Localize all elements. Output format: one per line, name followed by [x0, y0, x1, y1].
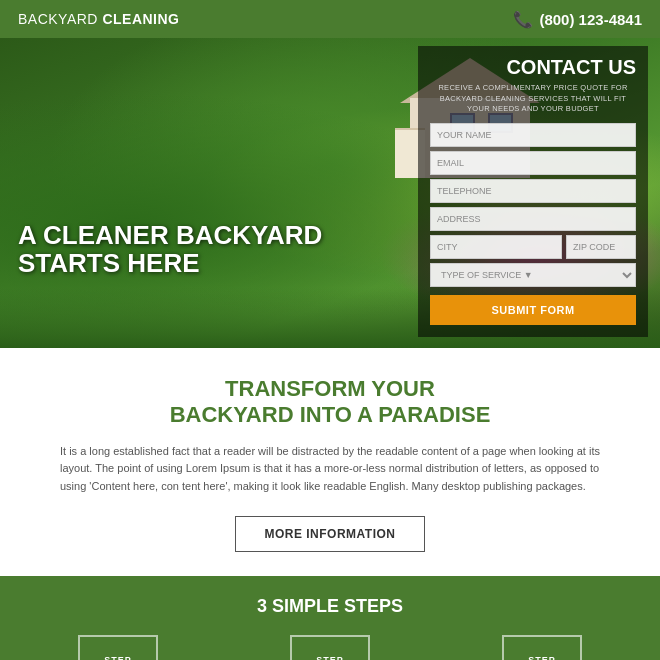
hero-headline: A CLEANER BACKYARD STARTS HERE	[18, 221, 322, 278]
more-info-button[interactable]: MORE INFORMATION	[235, 516, 424, 552]
submit-button[interactable]: SUBMIT FORM	[430, 295, 636, 325]
contact-subtitle: RECEIVE A COMPLIMENTARY PRICE QUOTE FOR …	[430, 83, 636, 115]
step-box-1: STEP 1	[78, 635, 158, 660]
service-select[interactable]: TYPE OF SERVICE ▼	[430, 263, 636, 287]
phone-number: (800) 123-4841	[539, 11, 642, 28]
city-zip-row	[430, 235, 636, 263]
name-input[interactable]	[430, 123, 636, 147]
contact-form-box: CONTACT US RECEIVE A COMPLIMENTARY PRICE…	[418, 46, 648, 337]
hero-headline-line1: A CLEANER BACKYARD	[18, 220, 322, 250]
steps-section: 3 SIMPLE STEPS STEP 1 All the Lorem Ipsu…	[0, 576, 660, 660]
middle-section: TRANSFORM YOUR BACKYARD INTO A PARADISE …	[0, 348, 660, 576]
step-box-3: STEP 3	[502, 635, 582, 660]
header: BACKYARD CLEANING 📞 (800) 123-4841	[0, 0, 660, 38]
step-label-2: STEP	[316, 655, 344, 660]
logo-text-plain: BACKYARD	[18, 11, 102, 27]
phone-icon: 📞	[513, 10, 533, 29]
step-item-1: STEP 1 All the Lorem Ipsum generators on…	[20, 635, 216, 660]
hero-section: A CLEANER BACKYARD STARTS HERE CONTACT U…	[0, 38, 660, 348]
step-label-3: STEP	[528, 655, 556, 660]
step-box-2: STEP 2	[290, 635, 370, 660]
steps-grid: STEP 1 All the Lorem Ipsum generators on…	[20, 635, 640, 660]
city-input[interactable]	[430, 235, 562, 259]
step-item-2: STEP 2 All the Lorem Ipsum generators on…	[232, 635, 428, 660]
middle-heading-line1: TRANSFORM YOUR	[225, 376, 435, 401]
header-phone[interactable]: 📞 (800) 123-4841	[513, 10, 642, 29]
contact-title: CONTACT US	[430, 56, 636, 79]
middle-body-text: It is a long established fact that a rea…	[60, 443, 600, 496]
telephone-input[interactable]	[430, 179, 636, 203]
site-logo: BACKYARD CLEANING	[18, 11, 180, 27]
zip-input[interactable]	[566, 235, 636, 259]
step-item-3: STEP 3 All the Lorem Ipsum generators on…	[444, 635, 640, 660]
middle-heading: TRANSFORM YOUR BACKYARD INTO A PARADISE	[30, 376, 630, 429]
email-input[interactable]	[430, 151, 636, 175]
hero-headline-line2: STARTS HERE	[18, 248, 200, 278]
logo-text-bold: CLEANING	[102, 11, 179, 27]
middle-heading-line2: BACKYARD INTO A PARADISE	[170, 402, 491, 427]
contact-form: TYPE OF SERVICE ▼ SUBMIT FORM	[430, 123, 636, 325]
address-input[interactable]	[430, 207, 636, 231]
hero-text-block: A CLEANER BACKYARD STARTS HERE	[18, 221, 322, 278]
steps-title: 3 SIMPLE STEPS	[20, 596, 640, 617]
step-label-1: STEP	[104, 655, 132, 660]
